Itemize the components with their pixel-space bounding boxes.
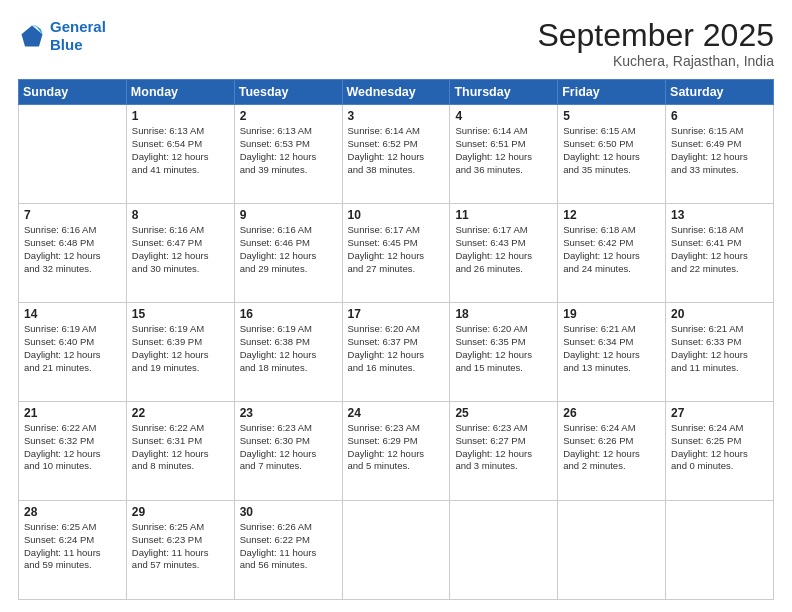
day-number: 6 [671,109,768,123]
day-number: 22 [132,406,229,420]
cell-daylight-info: Sunrise: 6:24 AM Sunset: 6:25 PM Dayligh… [671,422,768,473]
day-number: 13 [671,208,768,222]
cell-daylight-info: Sunrise: 6:14 AM Sunset: 6:52 PM Dayligh… [348,125,445,176]
day-number: 15 [132,307,229,321]
calendar-cell: 9Sunrise: 6:16 AM Sunset: 6:46 PM Daylig… [234,204,342,303]
cell-daylight-info: Sunrise: 6:16 AM Sunset: 6:48 PM Dayligh… [24,224,121,275]
day-number: 7 [24,208,121,222]
day-number: 16 [240,307,337,321]
calendar-week-row: 7Sunrise: 6:16 AM Sunset: 6:48 PM Daylig… [19,204,774,303]
weekday-header-thursday: Thursday [450,80,558,105]
calendar-cell: 3Sunrise: 6:14 AM Sunset: 6:52 PM Daylig… [342,105,450,204]
calendar-cell: 30Sunrise: 6:26 AM Sunset: 6:22 PM Dayli… [234,501,342,600]
cell-daylight-info: Sunrise: 6:22 AM Sunset: 6:31 PM Dayligh… [132,422,229,473]
day-number: 1 [132,109,229,123]
calendar-cell: 2Sunrise: 6:13 AM Sunset: 6:53 PM Daylig… [234,105,342,204]
calendar-cell: 17Sunrise: 6:20 AM Sunset: 6:37 PM Dayli… [342,303,450,402]
calendar-cell: 28Sunrise: 6:25 AM Sunset: 6:24 PM Dayli… [19,501,127,600]
cell-daylight-info: Sunrise: 6:19 AM Sunset: 6:38 PM Dayligh… [240,323,337,374]
weekday-header-sunday: Sunday [19,80,127,105]
day-number: 29 [132,505,229,519]
calendar-cell: 29Sunrise: 6:25 AM Sunset: 6:23 PM Dayli… [126,501,234,600]
calendar-table: SundayMondayTuesdayWednesdayThursdayFrid… [18,79,774,600]
calendar-cell: 25Sunrise: 6:23 AM Sunset: 6:27 PM Dayli… [450,402,558,501]
calendar-cell: 27Sunrise: 6:24 AM Sunset: 6:25 PM Dayli… [666,402,774,501]
day-number: 18 [455,307,552,321]
day-number: 9 [240,208,337,222]
calendar-cell: 13Sunrise: 6:18 AM Sunset: 6:41 PM Dayli… [666,204,774,303]
weekday-header-wednesday: Wednesday [342,80,450,105]
day-number: 2 [240,109,337,123]
cell-daylight-info: Sunrise: 6:15 AM Sunset: 6:50 PM Dayligh… [563,125,660,176]
calendar-cell: 21Sunrise: 6:22 AM Sunset: 6:32 PM Dayli… [19,402,127,501]
cell-daylight-info: Sunrise: 6:25 AM Sunset: 6:24 PM Dayligh… [24,521,121,572]
day-number: 27 [671,406,768,420]
calendar-cell: 1Sunrise: 6:13 AM Sunset: 6:54 PM Daylig… [126,105,234,204]
cell-daylight-info: Sunrise: 6:23 AM Sunset: 6:29 PM Dayligh… [348,422,445,473]
cell-daylight-info: Sunrise: 6:15 AM Sunset: 6:49 PM Dayligh… [671,125,768,176]
calendar-cell: 22Sunrise: 6:22 AM Sunset: 6:31 PM Dayli… [126,402,234,501]
logo: General Blue [18,18,106,54]
month-title: September 2025 [537,18,774,53]
cell-daylight-info: Sunrise: 6:23 AM Sunset: 6:30 PM Dayligh… [240,422,337,473]
cell-daylight-info: Sunrise: 6:20 AM Sunset: 6:35 PM Dayligh… [455,323,552,374]
calendar-cell: 10Sunrise: 6:17 AM Sunset: 6:45 PM Dayli… [342,204,450,303]
cell-daylight-info: Sunrise: 6:19 AM Sunset: 6:39 PM Dayligh… [132,323,229,374]
calendar-cell [450,501,558,600]
cell-daylight-info: Sunrise: 6:26 AM Sunset: 6:22 PM Dayligh… [240,521,337,572]
cell-daylight-info: Sunrise: 6:24 AM Sunset: 6:26 PM Dayligh… [563,422,660,473]
calendar-cell [19,105,127,204]
day-number: 28 [24,505,121,519]
calendar-cell: 16Sunrise: 6:19 AM Sunset: 6:38 PM Dayli… [234,303,342,402]
calendar-cell: 26Sunrise: 6:24 AM Sunset: 6:26 PM Dayli… [558,402,666,501]
day-number: 26 [563,406,660,420]
calendar-cell: 20Sunrise: 6:21 AM Sunset: 6:33 PM Dayli… [666,303,774,402]
calendar-cell: 8Sunrise: 6:16 AM Sunset: 6:47 PM Daylig… [126,204,234,303]
cell-daylight-info: Sunrise: 6:20 AM Sunset: 6:37 PM Dayligh… [348,323,445,374]
day-number: 25 [455,406,552,420]
calendar-cell: 12Sunrise: 6:18 AM Sunset: 6:42 PM Dayli… [558,204,666,303]
calendar-cell: 19Sunrise: 6:21 AM Sunset: 6:34 PM Dayli… [558,303,666,402]
day-number: 3 [348,109,445,123]
calendar-cell [558,501,666,600]
weekday-header-row: SundayMondayTuesdayWednesdayThursdayFrid… [19,80,774,105]
day-number: 8 [132,208,229,222]
cell-daylight-info: Sunrise: 6:19 AM Sunset: 6:40 PM Dayligh… [24,323,121,374]
day-number: 10 [348,208,445,222]
day-number: 12 [563,208,660,222]
cell-daylight-info: Sunrise: 6:16 AM Sunset: 6:46 PM Dayligh… [240,224,337,275]
cell-daylight-info: Sunrise: 6:14 AM Sunset: 6:51 PM Dayligh… [455,125,552,176]
cell-daylight-info: Sunrise: 6:22 AM Sunset: 6:32 PM Dayligh… [24,422,121,473]
day-number: 11 [455,208,552,222]
weekday-header-friday: Friday [558,80,666,105]
page: General Blue September 2025 Kuchera, Raj… [0,0,792,612]
day-number: 20 [671,307,768,321]
day-number: 5 [563,109,660,123]
calendar-week-row: 1Sunrise: 6:13 AM Sunset: 6:54 PM Daylig… [19,105,774,204]
cell-daylight-info: Sunrise: 6:13 AM Sunset: 6:53 PM Dayligh… [240,125,337,176]
calendar-cell: 15Sunrise: 6:19 AM Sunset: 6:39 PM Dayli… [126,303,234,402]
calendar-cell: 18Sunrise: 6:20 AM Sunset: 6:35 PM Dayli… [450,303,558,402]
calendar-week-row: 14Sunrise: 6:19 AM Sunset: 6:40 PM Dayli… [19,303,774,402]
day-number: 4 [455,109,552,123]
calendar-cell: 23Sunrise: 6:23 AM Sunset: 6:30 PM Dayli… [234,402,342,501]
cell-daylight-info: Sunrise: 6:17 AM Sunset: 6:45 PM Dayligh… [348,224,445,275]
cell-daylight-info: Sunrise: 6:21 AM Sunset: 6:33 PM Dayligh… [671,323,768,374]
calendar-week-row: 28Sunrise: 6:25 AM Sunset: 6:24 PM Dayli… [19,501,774,600]
weekday-header-saturday: Saturday [666,80,774,105]
cell-daylight-info: Sunrise: 6:13 AM Sunset: 6:54 PM Dayligh… [132,125,229,176]
calendar-cell: 4Sunrise: 6:14 AM Sunset: 6:51 PM Daylig… [450,105,558,204]
day-number: 23 [240,406,337,420]
cell-daylight-info: Sunrise: 6:16 AM Sunset: 6:47 PM Dayligh… [132,224,229,275]
header: General Blue September 2025 Kuchera, Raj… [18,18,774,69]
calendar-cell: 6Sunrise: 6:15 AM Sunset: 6:49 PM Daylig… [666,105,774,204]
cell-daylight-info: Sunrise: 6:18 AM Sunset: 6:42 PM Dayligh… [563,224,660,275]
calendar-cell: 5Sunrise: 6:15 AM Sunset: 6:50 PM Daylig… [558,105,666,204]
day-number: 17 [348,307,445,321]
cell-daylight-info: Sunrise: 6:23 AM Sunset: 6:27 PM Dayligh… [455,422,552,473]
calendar-cell: 11Sunrise: 6:17 AM Sunset: 6:43 PM Dayli… [450,204,558,303]
logo-icon [18,22,46,50]
weekday-header-monday: Monday [126,80,234,105]
calendar-cell [342,501,450,600]
logo-text: General Blue [50,18,106,54]
